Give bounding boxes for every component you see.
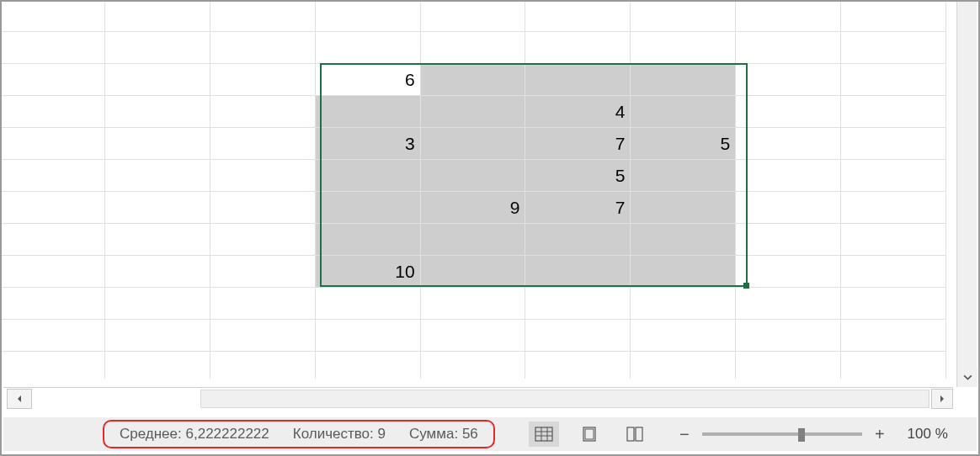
cell[interactable]: 3: [316, 128, 421, 160]
cell[interactable]: [525, 256, 631, 288]
cell[interactable]: [525, 32, 631, 64]
zoom-out-button[interactable]: −: [675, 425, 694, 443]
cell[interactable]: [0, 352, 105, 379]
cell[interactable]: [421, 128, 526, 160]
cell[interactable]: [210, 320, 316, 352]
cell[interactable]: [0, 320, 105, 352]
cell[interactable]: [210, 64, 316, 96]
cell[interactable]: [631, 64, 736, 96]
cell[interactable]: [631, 352, 736, 379]
horizontal-scroll-right-button[interactable]: [931, 389, 953, 409]
spreadsheet-grid[interactable]: 6437559710: [0, 0, 946, 379]
cell[interactable]: [421, 256, 526, 288]
vertical-scroll-down-button[interactable]: [957, 367, 977, 387]
cell[interactable]: [841, 320, 946, 352]
cell[interactable]: [105, 288, 210, 320]
cell[interactable]: [736, 64, 841, 96]
cell[interactable]: 9: [421, 192, 526, 224]
cell[interactable]: [0, 224, 105, 256]
cell[interactable]: [631, 288, 736, 320]
cell[interactable]: [105, 320, 210, 352]
cell[interactable]: [105, 352, 210, 379]
cell[interactable]: [631, 96, 736, 128]
cell[interactable]: [210, 128, 316, 160]
cell[interactable]: [105, 128, 210, 160]
cell[interactable]: [421, 160, 526, 192]
view-normal-button[interactable]: [529, 422, 559, 447]
cell[interactable]: [736, 352, 841, 379]
cell[interactable]: [421, 0, 526, 32]
cell[interactable]: [421, 224, 526, 256]
cell[interactable]: [0, 64, 105, 96]
cell[interactable]: [105, 64, 210, 96]
cell[interactable]: [631, 160, 736, 192]
cell[interactable]: [736, 256, 841, 288]
cell[interactable]: [841, 0, 946, 32]
cell[interactable]: [736, 192, 841, 224]
cell[interactable]: [736, 32, 841, 64]
cell[interactable]: [210, 0, 316, 32]
cell[interactable]: [525, 0, 631, 32]
view-page-layout-button[interactable]: [574, 422, 605, 447]
zoom-slider-thumb[interactable]: [798, 428, 805, 442]
cell[interactable]: [736, 128, 841, 160]
cell[interactable]: [0, 128, 105, 160]
cell[interactable]: 5: [525, 160, 631, 192]
cell[interactable]: [0, 96, 105, 128]
cell[interactable]: [0, 256, 105, 288]
cell[interactable]: [105, 96, 210, 128]
cell[interactable]: [841, 224, 946, 256]
cell[interactable]: 5: [631, 128, 736, 160]
cell[interactable]: [736, 224, 841, 256]
cell[interactable]: [316, 352, 421, 379]
cell[interactable]: [105, 0, 210, 32]
vertical-scrollbar[interactable]: [956, 0, 977, 387]
cell[interactable]: 7: [525, 192, 631, 224]
cell[interactable]: 10: [316, 256, 421, 288]
cell[interactable]: [0, 192, 105, 224]
cell[interactable]: [525, 352, 631, 379]
cell[interactable]: 6: [316, 64, 421, 96]
cell[interactable]: [0, 160, 105, 192]
cell[interactable]: [525, 64, 631, 96]
cell[interactable]: [421, 96, 526, 128]
cell[interactable]: [105, 32, 210, 64]
cell[interactable]: [0, 288, 105, 320]
zoom-percent-label[interactable]: 100 %: [897, 426, 948, 443]
cell[interactable]: [421, 32, 526, 64]
cell[interactable]: [316, 160, 421, 192]
horizontal-scrollbar[interactable]: [200, 390, 929, 408]
vertical-scrollbar-track[interactable]: [957, 0, 977, 367]
cell[interactable]: [210, 224, 316, 256]
cell[interactable]: [736, 160, 841, 192]
cell[interactable]: [210, 32, 316, 64]
cell[interactable]: [210, 256, 316, 288]
cell[interactable]: [736, 96, 841, 128]
cell[interactable]: [421, 64, 526, 96]
cell[interactable]: [841, 256, 946, 288]
zoom-slider[interactable]: [702, 432, 862, 436]
cell[interactable]: [421, 352, 526, 379]
cell[interactable]: [631, 256, 736, 288]
cell[interactable]: [736, 288, 841, 320]
cell[interactable]: [841, 96, 946, 128]
cell[interactable]: [316, 224, 421, 256]
cell[interactable]: 7: [525, 128, 631, 160]
cell[interactable]: [105, 160, 210, 192]
cell[interactable]: [525, 288, 631, 320]
cell[interactable]: [316, 192, 421, 224]
cell[interactable]: [210, 160, 316, 192]
cell[interactable]: [0, 0, 105, 32]
cell[interactable]: [105, 192, 210, 224]
cell[interactable]: [841, 288, 946, 320]
cell[interactable]: [525, 224, 631, 256]
cell[interactable]: [631, 0, 736, 32]
cell[interactable]: [421, 288, 526, 320]
cell[interactable]: [631, 224, 736, 256]
cell[interactable]: [421, 320, 526, 352]
cell[interactable]: [210, 192, 316, 224]
cell[interactable]: [525, 320, 631, 352]
cell[interactable]: [631, 32, 736, 64]
cell[interactable]: [105, 224, 210, 256]
cell[interactable]: 4: [525, 96, 631, 128]
